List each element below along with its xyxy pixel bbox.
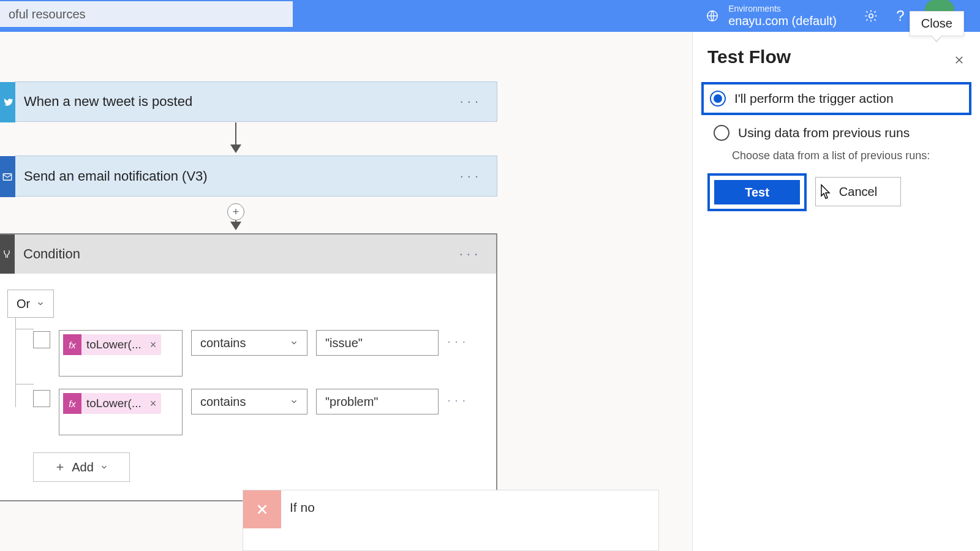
plus-icon <box>55 462 66 473</box>
chevron-down-icon <box>36 299 45 308</box>
panel-title: Test Flow <box>707 47 965 67</box>
chevron-down-icon <box>290 339 298 347</box>
twitter-icon <box>0 82 15 122</box>
mail-icon <box>0 156 15 197</box>
chevron-down-icon <box>100 463 108 471</box>
operator-label: contains <box>200 336 246 350</box>
svg-point-1 <box>869 14 873 18</box>
add-label: Add <box>72 460 94 474</box>
radio-icon <box>714 125 729 141</box>
condition-header[interactable]: Condition ··· <box>0 234 496 274</box>
row-menu[interactable]: ··· <box>447 334 469 350</box>
expression-token[interactable]: fx toLower(... × <box>63 393 161 414</box>
trigger-card-title: When a new tweet is posted <box>24 94 192 110</box>
radio-icon <box>710 91 726 107</box>
row-menu[interactable]: ··· <box>447 392 469 408</box>
left-operand-input[interactable]: fx toLower(... × <box>59 389 183 435</box>
search-input[interactable]: oful resources <box>0 1 293 27</box>
top-bar: oful resources Environments enayu.com (d… <box>0 0 980 32</box>
value-input[interactable]: "issue" <box>316 330 439 356</box>
email-card-title: Send an email notification (V3) <box>24 168 208 184</box>
email-card-menu[interactable]: ··· <box>460 168 482 184</box>
panel-buttons: Test Cancel <box>707 173 965 211</box>
remove-token-icon[interactable]: × <box>145 397 162 410</box>
operator-select[interactable]: contains <box>191 330 307 356</box>
condition-icon <box>0 234 15 274</box>
chevron-down-icon <box>290 397 298 406</box>
add-step-button[interactable]: + <box>227 203 244 220</box>
cancel-button-label: Cancel <box>839 185 877 199</box>
environment-label: Environments <box>728 4 837 13</box>
trigger-card[interactable]: When a new tweet is posted ··· <box>15 81 497 122</box>
cancel-button[interactable]: Cancel <box>815 177 901 206</box>
condition-row: fx toLower(... × contains "problem" ··· <box>33 389 489 435</box>
condition-body: Or fx toLower(... × contains <box>0 274 496 500</box>
row-checkbox[interactable] <box>33 331 50 348</box>
fx-icon: fx <box>63 334 81 355</box>
remove-token-icon[interactable]: × <box>145 339 162 351</box>
radio-hint: Choose data from a list of previous runs… <box>732 149 965 162</box>
expression-token-text: toLower(... <box>81 397 145 410</box>
condition-title: Condition <box>23 246 80 262</box>
operator-select[interactable]: contains <box>191 389 307 414</box>
environment-picker[interactable]: Environments enayu.com (default) <box>705 0 837 32</box>
if-no-label: If no <box>290 500 315 515</box>
row-checkbox[interactable] <box>33 390 50 407</box>
radio-label: Using data from previous runs <box>738 126 910 140</box>
value-text: "problem" <box>325 395 378 409</box>
connector-arrow <box>235 122 236 152</box>
add-condition-button[interactable]: Add <box>33 452 130 482</box>
left-operand-input[interactable]: fx toLower(... × <box>59 330 183 377</box>
email-card[interactable]: Send an email notification (V3) ··· <box>15 156 497 197</box>
condition-row: fx toLower(... × contains "issue" ··· <box>33 330 489 377</box>
trigger-card-menu[interactable]: ··· <box>460 94 482 110</box>
environment-icon <box>705 9 720 23</box>
condition-card: Condition ··· Or fx toLower(... × cont <box>0 233 497 501</box>
value-text: "issue" <box>325 336 363 350</box>
if-no-branch[interactable]: If no <box>243 490 659 551</box>
radio-label: I'll perform the trigger action <box>734 91 894 106</box>
close-tooltip: Close <box>910 11 964 36</box>
test-flow-panel: Test Flow I'll perform the trigger actio… <box>692 32 980 551</box>
group-operator-select[interactable]: Or <box>7 290 54 318</box>
test-button-highlight: Test <box>707 173 807 211</box>
operator-label: contains <box>200 395 246 409</box>
radio-option-manual[interactable]: I'll perform the trigger action <box>701 82 971 115</box>
expression-token-text: toLower(... <box>81 338 145 351</box>
help-icon[interactable]: ? <box>892 7 909 24</box>
close-tooltip-text: Close <box>921 17 952 30</box>
condition-menu[interactable]: ··· <box>459 246 481 262</box>
test-button-label: Test <box>745 186 769 200</box>
panel-close-button[interactable] <box>949 50 969 70</box>
test-button[interactable]: Test <box>714 180 800 204</box>
radio-option-previous[interactable]: Using data from previous runs <box>707 119 965 147</box>
fx-icon: fx <box>63 393 81 414</box>
group-operator-label: Or <box>17 297 30 311</box>
expression-token[interactable]: fx toLower(... × <box>63 334 161 355</box>
group-connector-lines <box>15 318 34 407</box>
value-input[interactable]: "problem" <box>316 389 439 414</box>
environment-name: enayu.com (default) <box>728 14 837 28</box>
search-text: oful resources <box>9 7 86 21</box>
close-icon <box>243 490 281 528</box>
settings-icon[interactable] <box>862 7 880 24</box>
